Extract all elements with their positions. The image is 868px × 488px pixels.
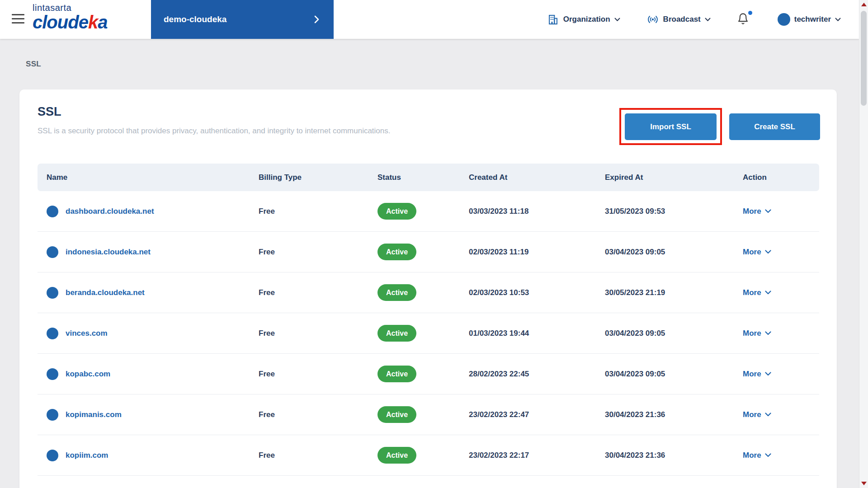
table-row: indonesia.cloudeka.net Free Active 02/03… (38, 232, 819, 272)
scrollbar-thumb[interactable] (861, 11, 867, 106)
domain-icon (47, 206, 58, 217)
more-button[interactable]: More (743, 370, 820, 379)
broadcast-label: Broadcast (663, 15, 701, 24)
more-button[interactable]: More (743, 329, 820, 338)
column-header-name: Name (47, 173, 259, 182)
status-badge: Active (377, 325, 416, 342)
user-name: techwriter (794, 15, 831, 24)
table-row: kopimanis.com Free Active 23/02/2023 22:… (38, 394, 819, 435)
billing-type-value: Free (259, 451, 377, 460)
domain-icon (47, 287, 58, 299)
column-header-action: Action (743, 173, 820, 182)
domain-icon (47, 409, 58, 421)
table-row: dashboard.cloudeka.net Free Active 03/03… (38, 191, 819, 232)
more-button[interactable]: More (743, 410, 820, 419)
ssl-name-link[interactable]: beranda.cloudeka.net (66, 288, 145, 297)
chevron-down-icon (835, 18, 841, 22)
main-content: SSL SSL SSL is a security protocol that … (0, 39, 859, 488)
ssl-name-link[interactable]: vinces.com (66, 329, 108, 338)
brand-logo: lintasarta cloudeka (33, 3, 107, 31)
create-ssl-button[interactable]: Create SSL (729, 113, 820, 140)
domain-icon (47, 246, 58, 258)
cloudeka-wordmark: cloudeka (33, 13, 107, 31)
more-button[interactable]: More (743, 207, 820, 216)
avatar (778, 13, 790, 26)
more-button[interactable]: More (743, 451, 820, 460)
expired-at-value: 03/04/2023 09:05 (605, 248, 743, 257)
vertical-scrollbar[interactable] (859, 0, 868, 488)
organization-label: Organization (563, 15, 610, 24)
status-badge: Active (377, 447, 416, 464)
expired-at-value: 03/04/2023 09:05 (605, 329, 743, 338)
status-badge: Active (377, 244, 416, 260)
created-at-value: 23/02/2023 22:47 (469, 410, 605, 419)
organization-menu[interactable]: Organization (547, 14, 620, 26)
ssl-name-link[interactable]: indonesia.cloudeka.net (66, 248, 151, 257)
brand-line: lintasarta (33, 3, 107, 12)
hamburger-menu-icon[interactable] (12, 14, 24, 26)
chevron-down-icon (705, 18, 711, 22)
column-header-status: Status (377, 173, 469, 182)
billing-type-value: Free (259, 288, 377, 297)
more-button[interactable]: More (743, 288, 820, 297)
created-at-value: 02/03/2023 11:19 (469, 248, 605, 257)
domain-icon (47, 368, 58, 380)
ssl-name-link[interactable]: dashboard.cloudeka.net (66, 207, 154, 216)
domain-icon (47, 328, 58, 339)
breadcrumb: SSL (26, 60, 41, 69)
topbar-right: Organization Broadcast (547, 0, 841, 39)
status-badge: Active (377, 284, 416, 301)
project-name: demo-cloudeka (164, 14, 226, 24)
table-row: kopiim.com Free Active 23/02/2023 22:17 … (38, 435, 819, 476)
billing-type-value: Free (259, 207, 377, 216)
billing-type-value: Free (259, 370, 377, 379)
chevron-down-icon (614, 18, 620, 22)
broadcast-menu[interactable]: Broadcast (646, 13, 711, 26)
created-at-value: 01/03/2023 19:44 (469, 329, 605, 338)
chevron-right-icon (314, 15, 319, 23)
ssl-name-link[interactable]: kopiim.com (66, 451, 108, 460)
expired-at-value: 30/05/2023 21:19 (605, 288, 743, 297)
billing-type-value: Free (259, 329, 377, 338)
more-button[interactable]: More (743, 248, 820, 257)
topbar: lintasarta cloudeka demo-cloudeka (0, 0, 859, 39)
column-header-created-at: Created At (469, 173, 605, 182)
expired-at-value: 30/04/2023 21:36 (605, 410, 743, 419)
column-header-billing-type: Billing Type (259, 173, 377, 182)
project-selector[interactable]: demo-cloudeka (151, 0, 334, 39)
column-header-expired-at: Expired At (605, 173, 743, 182)
domain-icon (47, 450, 58, 461)
status-badge: Active (377, 203, 416, 220)
import-ssl-button[interactable]: Import SSL (625, 113, 717, 140)
user-menu[interactable]: techwriter (778, 13, 841, 26)
table-body: dashboard.cloudeka.net Free Active 03/03… (38, 191, 819, 476)
created-at-value: 02/03/2023 10:53 (469, 288, 605, 297)
status-badge: Active (377, 366, 416, 382)
expired-at-value: 03/04/2023 09:05 (605, 370, 743, 379)
created-at-value: 23/02/2023 22:17 (469, 451, 605, 460)
table-header: Name Billing Type Status Created At Expi… (38, 164, 819, 191)
table-row: beranda.cloudeka.net Free Active 02/03/2… (38, 272, 819, 313)
notification-dot (748, 11, 752, 15)
status-badge: Active (377, 406, 416, 423)
scrollbar-down-arrow[interactable] (861, 482, 867, 485)
broadcast-icon (646, 13, 659, 26)
expired-at-value: 30/04/2023 21:36 (605, 451, 743, 460)
created-at-value: 03/03/2023 11:18 (469, 207, 605, 216)
ssl-table: Name Billing Type Status Created At Expi… (38, 164, 819, 476)
billing-type-value: Free (259, 248, 377, 257)
ssl-name-link[interactable]: kopabc.com (66, 370, 110, 379)
ssl-card: SSL SSL is a security protocol that prov… (19, 89, 837, 488)
ssl-name-link[interactable]: kopimanis.com (66, 410, 122, 419)
created-at-value: 28/02/2023 22:45 (469, 370, 605, 379)
billing-type-value: Free (259, 410, 377, 419)
table-row: kopabc.com Free Active 28/02/2023 22:45 … (38, 354, 819, 394)
scrollbar-up-arrow[interactable] (861, 3, 867, 6)
notifications-button[interactable] (737, 12, 751, 27)
organization-icon (547, 14, 559, 26)
expired-at-value: 31/05/2023 09:53 (605, 207, 743, 216)
table-row: vinces.com Free Active 01/03/2023 19:44 … (38, 313, 819, 354)
